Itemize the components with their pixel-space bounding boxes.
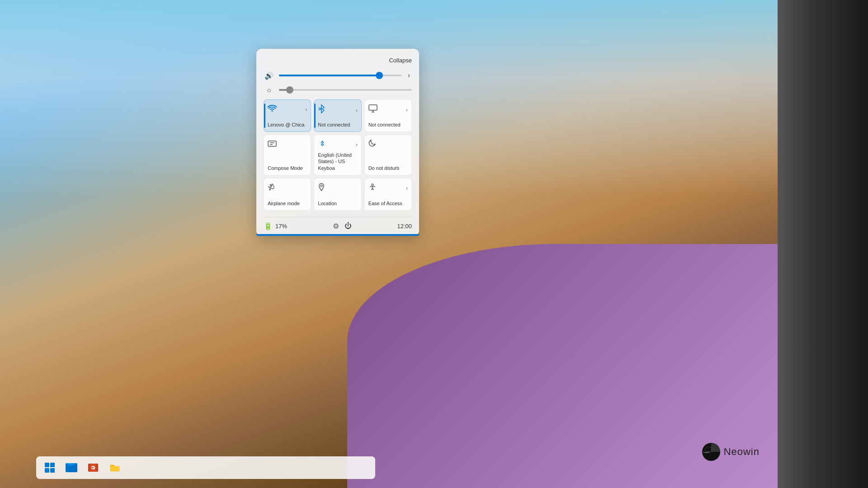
svg-point-2 <box>321 144 323 145</box>
file-explorer-icon <box>109 462 121 474</box>
brightness-slider-thumb[interactable] <box>286 86 293 94</box>
ease-expand-arrow[interactable]: › <box>406 185 408 191</box>
device-frame <box>778 0 868 488</box>
mail-taskbar-icon[interactable] <box>65 461 78 474</box>
settings-icon[interactable]: ⚙ <box>333 222 339 230</box>
panel-bottom-bar: 🔋 17% ⚙ ⏻ 12:00 <box>264 217 412 230</box>
mail-icon <box>66 463 77 472</box>
bluetooth-active-bar <box>314 103 316 128</box>
brightness-slider-track[interactable] <box>279 89 412 91</box>
collapse-button-row: Collapse <box>264 56 412 64</box>
dnd-tile-top <box>368 140 408 150</box>
time-display: 12:00 <box>397 223 412 230</box>
action-center-panel: Collapse 🔊 › ☼ <box>256 49 419 236</box>
wifi-tile[interactable]: › Lenovo @ Chica <box>264 99 311 132</box>
svg-rect-1 <box>268 141 276 146</box>
svg-point-3 <box>321 185 322 187</box>
volume-slider-track[interactable] <box>279 75 401 76</box>
cast-tile-top: › <box>368 104 408 115</box>
file-explorer-taskbar-icon[interactable] <box>108 461 121 474</box>
powerpoint-taskbar-icon[interactable]: P <box>87 461 99 474</box>
neowin-text: Neowin <box>724 446 760 458</box>
svg-point-4 <box>372 184 373 186</box>
powerpoint-icon: P <box>87 462 99 474</box>
bluetooth-expand-arrow[interactable]: › <box>356 108 358 113</box>
wifi-tile-top: › <box>268 104 307 114</box>
airplane-tile-top <box>268 183 307 194</box>
windows-logo-icon <box>45 463 55 473</box>
neowin-watermark: Neowin <box>702 443 760 461</box>
bottom-icons: ⚙ ⏻ <box>333 222 352 230</box>
neowin-logo-sphere <box>702 443 720 461</box>
ease-icon <box>368 183 377 193</box>
brightness-icon: ☼ <box>264 86 274 94</box>
bluetooth-label: Not connected <box>318 122 357 128</box>
dnd-label: Do not disturb <box>368 165 408 171</box>
bluetooth-icon <box>318 104 325 116</box>
ease-tile[interactable]: › Ease of Access <box>364 178 412 211</box>
taskbar: P <box>36 456 375 479</box>
wifi-active-bar <box>264 103 265 128</box>
volume-row: 🔊 › <box>264 70 412 81</box>
airplane-label: Airplane mode <box>268 200 307 206</box>
wifi-icon <box>268 104 277 114</box>
dnd-tile[interactable]: Do not disturb <box>364 135 412 175</box>
cast-label: Not connected <box>368 122 408 128</box>
collapse-button[interactable]: Collapse <box>389 57 412 64</box>
location-icon <box>318 183 325 194</box>
airplane-tile[interactable]: Airplane mode <box>264 178 311 211</box>
panel-accent-bar <box>256 234 419 236</box>
brightness-row: ☼ <box>264 86 412 94</box>
compose-label: Compose Mode <box>268 165 307 171</box>
airplane-icon <box>268 183 277 194</box>
volume-slider-thumb[interactable] <box>376 72 383 79</box>
volume-slider-fill <box>279 75 379 76</box>
bluetooth-tile-top: › <box>318 104 357 116</box>
ease-label: Ease of Access <box>368 200 408 206</box>
svg-text:P: P <box>92 466 94 469</box>
quick-tiles-grid: › Lenovo @ Chica › Not connected <box>264 99 412 211</box>
compose-tile-top <box>268 140 307 150</box>
keyboard-icon <box>318 140 327 149</box>
compose-icon <box>268 140 277 150</box>
wifi-expand-arrow[interactable]: › <box>306 107 307 112</box>
compose-tile[interactable]: Compose Mode <box>264 135 311 175</box>
start-button[interactable] <box>43 461 56 474</box>
keyboard-expand-arrow[interactable]: › <box>356 142 358 147</box>
location-label: Location <box>318 200 357 206</box>
battery-percent: 17% <box>275 223 287 230</box>
sky-overlay <box>0 0 868 195</box>
svg-rect-0 <box>369 105 377 110</box>
battery-info: 🔋 17% <box>264 222 287 230</box>
power-icon[interactable]: ⏻ <box>344 222 352 230</box>
ease-tile-top: › <box>368 183 408 193</box>
cast-icon <box>368 104 377 115</box>
battery-icon: 🔋 <box>264 222 273 230</box>
cast-expand-arrow[interactable]: › <box>406 107 408 113</box>
cast-tile[interactable]: › Not connected <box>364 99 412 132</box>
bluetooth-tile[interactable]: › Not connected <box>314 99 361 132</box>
volume-icon: 🔊 <box>264 71 274 80</box>
location-tile[interactable]: Location <box>314 178 361 211</box>
location-tile-top <box>318 183 357 194</box>
keyboard-label: English (United States) - US Keyboa <box>318 152 357 171</box>
keyboard-tile[interactable]: › English (United States) - US Keyboa <box>314 135 361 175</box>
keyboard-tile-top: › <box>318 140 357 149</box>
moon-icon <box>368 140 377 150</box>
volume-expand-arrow[interactable]: › <box>406 70 412 81</box>
wifi-label: Lenovo @ Chica <box>268 122 307 128</box>
